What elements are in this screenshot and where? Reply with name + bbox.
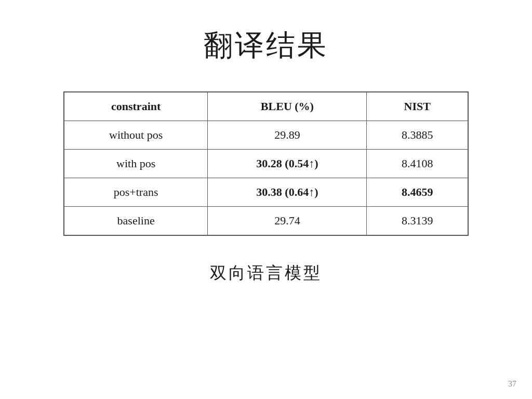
cell-bleu: 29.89 <box>208 121 367 150</box>
table-row: without pos29.898.3885 <box>64 121 468 150</box>
slide: 翻译结果 constraint BLEU (%) NIST without po… <box>0 0 532 399</box>
table-row: with pos30.28 (0.54↑)8.4108 <box>64 150 468 178</box>
col-header-constraint: constraint <box>64 92 208 121</box>
cell-constraint: baseline <box>64 207 208 236</box>
cell-bleu: 30.38 (0.64↑) <box>208 178 367 207</box>
cell-nist: 8.4659 <box>367 178 468 207</box>
table-row: pos+trans30.38 (0.64↑)8.4659 <box>64 178 468 207</box>
page-number: 37 <box>508 379 516 389</box>
header-row: constraint BLEU (%) NIST <box>64 92 468 121</box>
cell-constraint: pos+trans <box>64 178 208 207</box>
table-body: without pos29.898.3885with pos30.28 (0.5… <box>64 121 468 236</box>
cell-constraint: with pos <box>64 150 208 178</box>
table-row: baseline29.748.3139 <box>64 207 468 236</box>
cell-nist: 8.3139 <box>367 207 468 236</box>
cell-bleu: 30.28 (0.54↑) <box>208 150 367 178</box>
subtitle-text: 双向语言模型 <box>210 262 322 285</box>
page-title: 翻译结果 <box>204 26 328 65</box>
col-header-bleu: BLEU (%) <box>208 92 367 121</box>
cell-bleu: 29.74 <box>208 207 367 236</box>
results-table: constraint BLEU (%) NIST without pos29.8… <box>63 91 469 236</box>
cell-nist: 8.4108 <box>367 150 468 178</box>
cell-nist: 8.3885 <box>367 121 468 150</box>
results-table-container: constraint BLEU (%) NIST without pos29.8… <box>63 91 469 236</box>
table-header: constraint BLEU (%) NIST <box>64 92 468 121</box>
col-header-nist: NIST <box>367 92 468 121</box>
cell-constraint: without pos <box>64 121 208 150</box>
